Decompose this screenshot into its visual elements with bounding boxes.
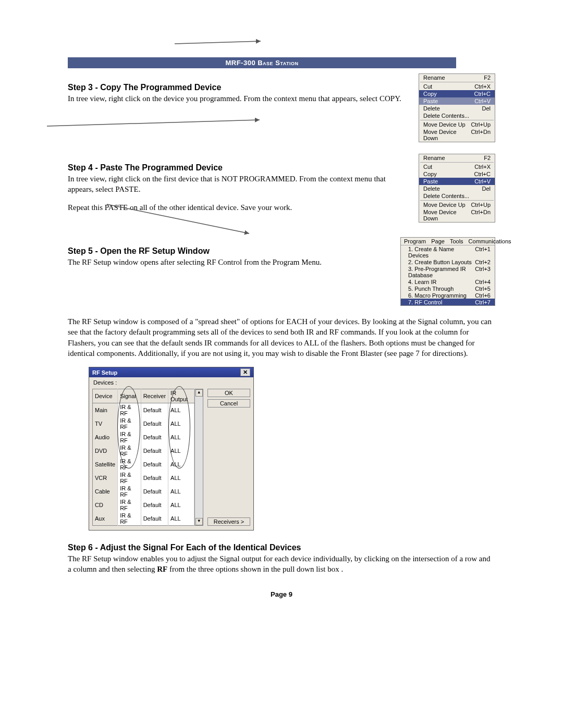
step5-body1: The RF Setup window opens after selectin… [68,257,393,267]
table-row[interactable]: TVIR & RFDefaultALL [93,417,194,430]
program-menu-item[interactable]: 7. RF ControlCtrl+7 [401,299,495,305]
table-row[interactable]: CDIR & RFDefaultALL [93,498,194,512]
table-header[interactable]: Signal [118,389,141,403]
step5-body2: The RF Setup window is composed of a "sp… [68,316,495,359]
rf-setup-window: RF Setup ✕ Devices : DeviceSignalReceive… [89,367,254,530]
ctx-paste-disabled: PasteCtrl+V [419,97,495,105]
menu-page[interactable]: Page [431,238,445,244]
ctx-cut[interactable]: CutCtrl+X [419,163,495,170]
table-header[interactable]: Receiver [141,389,168,403]
table-row[interactable]: AudioIR & RFDefaultALL [93,430,194,444]
program-menu-item[interactable]: 3. Pre-Programmed IR DatabaseCtrl+3 [401,265,495,278]
svg-line-0 [175,41,261,44]
step3-heading: Step 3 - Copy The Programmed Device [68,83,411,92]
program-menu-item[interactable]: 5. Punch ThroughCtrl+5 [401,285,495,292]
rf-setup-title: RF Setup [92,369,117,376]
context-menu-copy: RenameF2 CutCtrl+X CopyCtrl+C PasteCtrl+… [419,73,495,142]
table-row[interactable]: AuxIR & RFDefaultALL [93,512,194,526]
scroll-down-icon[interactable]: ▼ [195,518,203,525]
ctx-rename[interactable]: RenameF2 [419,74,495,81]
program-menu-item[interactable]: 1. Create & Name DevicesCtrl+1 [401,245,495,258]
ok-button[interactable]: OK [207,389,250,397]
ctx-move-down[interactable]: Move Device DownCtrl+Dn [419,208,495,222]
cancel-button[interactable]: Cancel [207,399,250,408]
header-bar: MRF-300 Base Station [68,57,456,68]
table-row[interactable]: CableIR & RFDefaultALL [93,485,194,498]
ctx-delete[interactable]: DeleteDel [419,105,495,112]
ctx-move-up[interactable]: Move Device UpCtrl+Up [419,201,495,208]
ctx-copy[interactable]: CopyCtrl+C [419,90,495,97]
page-number: Page 9 [68,590,495,598]
scrollbar[interactable]: ▲ ▼ [194,389,203,526]
program-menu-bar: Program Page Tools Communications [401,238,495,245]
rf-setup-table[interactable]: DeviceSignalReceiverIR Output MainIR & R… [92,389,194,526]
rf-devices-label: Devices : [89,377,253,386]
table-row[interactable]: MainIR & RFDefaultALL [93,403,194,417]
ctx-delete[interactable]: DeleteDel [419,185,495,192]
ctx-delete-contents[interactable]: Delete Contents... [419,192,495,200]
receivers-button[interactable]: Receivers > [207,517,250,526]
ctx-delete-contents[interactable]: Delete Contents... [419,112,495,119]
ctx-rename[interactable]: RenameF2 [419,154,495,162]
program-menu-item[interactable]: 6. Macro ProgrammingCtrl+6 [401,292,495,299]
table-header[interactable]: IR Output [168,389,194,403]
ctx-move-down[interactable]: Move Device DownCtrl+Dn [419,128,495,142]
program-menu-item[interactable]: 4. Learn IRCtrl+4 [401,278,495,285]
ctx-copy[interactable]: CopyCtrl+C [419,170,495,178]
table-row[interactable]: VCRIR & RFDefaultALL [93,471,194,485]
program-menu: Program Page Tools Communications 1. Cre… [400,237,495,306]
ctx-paste[interactable]: PasteCtrl+V [419,178,495,185]
menu-communications[interactable]: Communications [469,238,511,244]
close-icon[interactable]: ✕ [240,368,250,376]
ctx-move-up[interactable]: Move Device UpCtrl+Up [419,121,495,128]
step3-body: In tree view, right click on the device … [68,93,411,104]
step4-body2: Repeat this PASTE on all of the other id… [68,202,411,213]
step6-heading: Step 6 - Adjust the Signal For Each of t… [68,543,495,552]
scroll-up-icon[interactable]: ▲ [195,389,203,397]
menu-tools[interactable]: Tools [450,238,463,244]
menu-program[interactable]: Program [404,238,426,244]
ctx-cut[interactable]: CutCtrl+X [419,83,495,90]
context-menu-paste: RenameF2 CutCtrl+X CopyCtrl+C PasteCtrl+… [419,154,495,223]
table-row[interactable]: SatelliteIR & RFDefaultALL [93,458,194,471]
step4-body1: In tree view, right click on the first d… [68,174,411,195]
table-header[interactable]: Device [93,389,118,403]
step4-heading: Step 4 - Paste The Programmed Device [68,163,411,172]
table-row[interactable]: DVDIR & RFDefaultALL [93,444,194,458]
program-menu-item[interactable]: 2. Create Button LayoutsCtrl+2 [401,258,495,265]
step6-body: The RF Setup window enables you to adjus… [68,553,495,575]
step5-heading: Step 5 - Open the RF Setup Window [68,246,393,256]
